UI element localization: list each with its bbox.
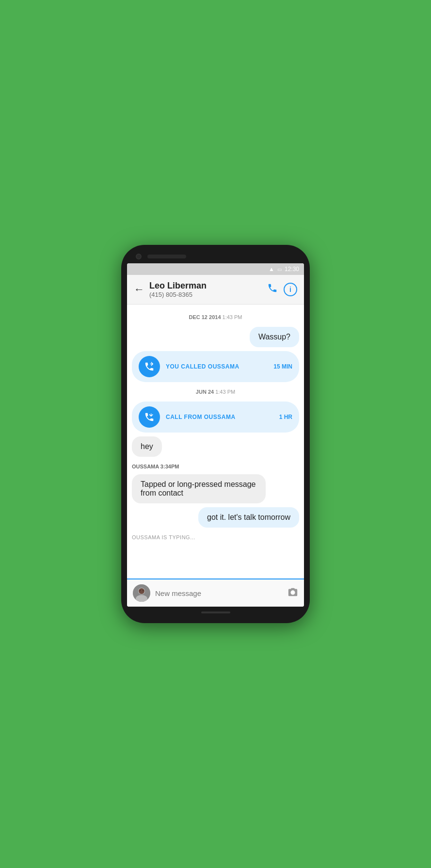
message-hey-text: hey xyxy=(141,442,153,450)
camera-dot xyxy=(136,254,142,259)
timestamp-2-time: 1:43 PM xyxy=(215,389,235,395)
camera-area xyxy=(136,254,186,259)
header-actions: i xyxy=(267,283,297,296)
message-wassup[interactable]: Wassup? xyxy=(250,327,299,347)
typing-indicator: OUSSAMA IS TYPING... xyxy=(132,534,299,540)
incoming-call-duration: 1 HR xyxy=(279,414,292,420)
phone-screen: ▲ ▭ 12:30 ← Leo Liberman (415) 805-8365 … xyxy=(127,263,304,607)
battery-icon: ▭ xyxy=(277,267,282,272)
call-item-outgoing[interactable]: YOU CALLED OUSSAMA 15 MIN xyxy=(132,351,299,382)
contact-info: Leo Liberman (415) 805-8365 xyxy=(149,281,267,298)
svg-point-4 xyxy=(140,590,141,591)
status-time: 12:30 xyxy=(285,266,299,273)
timestamp-1-time: 1:43 PM xyxy=(223,314,242,320)
incoming-call-label: CALL FROM OUSSAMA xyxy=(166,414,273,420)
outgoing-call-label: YOU CALLED OUSSAMA xyxy=(166,363,268,370)
outgoing-call-icon-circle xyxy=(139,356,160,377)
header: ← Leo Liberman (415) 805-8365 i xyxy=(127,275,304,305)
avatar-image xyxy=(133,584,150,602)
outgoing-call-duration: 15 MIN xyxy=(273,363,292,370)
message-gotit-text: got it. let's talk tomorrow xyxy=(207,513,290,521)
status-bar: ▲ ▭ 12:30 xyxy=(127,263,304,275)
message-gotit[interactable]: got it. let's talk tomorrow xyxy=(198,507,299,528)
phone-home-bar xyxy=(201,611,230,613)
call-item-incoming[interactable]: CALL FROM OUSSAMA 1 HR xyxy=(132,402,299,433)
message-wassup-text: Wassup? xyxy=(258,333,290,341)
timestamp-2: JUN 24 1:43 PM xyxy=(132,389,299,395)
contact-name: Leo Liberman xyxy=(149,281,267,291)
contact-phone: (415) 805-8365 xyxy=(149,291,267,298)
svg-point-5 xyxy=(143,590,144,591)
sender-label: OUSSAMA 3:34PM xyxy=(132,464,299,469)
input-bar xyxy=(127,579,304,607)
back-button[interactable]: ← xyxy=(134,283,144,296)
timestamp-1: DEC 12 2014 1:43 PM xyxy=(132,314,299,320)
outgoing-call-icon xyxy=(144,361,155,372)
phone-top-bar xyxy=(127,254,304,259)
camera-button[interactable] xyxy=(287,587,298,600)
call-button[interactable] xyxy=(267,283,278,296)
chat-area: DEC 12 2014 1:43 PM Wassup? YOU CALLED O… xyxy=(127,305,304,579)
timestamp-2-date: JUN 24 xyxy=(196,389,214,395)
camera-icon xyxy=(287,587,298,597)
info-button[interactable]: i xyxy=(284,283,297,296)
message-tapped-text: Tapped or long-pressed message from cont… xyxy=(141,480,255,497)
wifi-icon: ▲ xyxy=(269,266,274,273)
phone-device: ▲ ▭ 12:30 ← Leo Liberman (415) 805-8365 … xyxy=(121,245,310,623)
timestamp-1-date: DEC 12 2014 xyxy=(189,314,221,320)
avatar xyxy=(133,584,150,602)
incoming-call-icon xyxy=(144,412,155,422)
new-message-input[interactable] xyxy=(155,589,283,597)
svg-point-6 xyxy=(291,591,294,594)
message-hey[interactable]: hey xyxy=(132,436,162,457)
message-tapped[interactable]: Tapped or long-pressed message from cont… xyxy=(132,474,266,503)
incoming-call-icon-circle xyxy=(139,406,160,428)
svg-point-3 xyxy=(139,588,144,594)
speaker-grille xyxy=(147,255,186,258)
